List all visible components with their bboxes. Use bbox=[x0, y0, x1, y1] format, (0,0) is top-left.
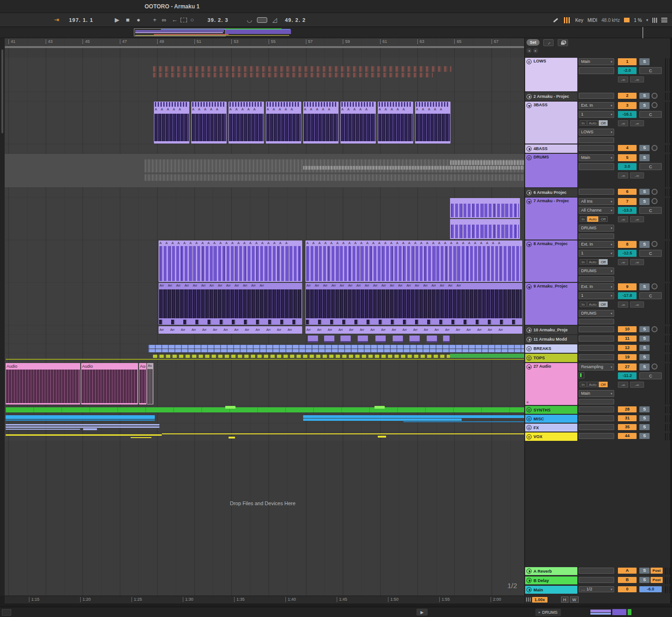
group-icon[interactable] bbox=[527, 425, 532, 430]
solo-button[interactable]: S bbox=[639, 241, 650, 248]
chevron-down-icon[interactable]: ▾ bbox=[646, 18, 648, 22]
output-select[interactable]: DRUMS bbox=[579, 267, 614, 274]
time-label[interactable]: 1:55 bbox=[439, 597, 450, 602]
track-number[interactable]: 27 bbox=[618, 363, 637, 370]
time-label[interactable]: 1:20 bbox=[80, 597, 91, 602]
record-button[interactable]: ● bbox=[137, 13, 140, 27]
clip[interactable] bbox=[340, 336, 351, 343]
time-label[interactable]: 1:25 bbox=[132, 597, 142, 602]
clip[interactable] bbox=[443, 336, 450, 343]
track-number[interactable]: 0 bbox=[618, 586, 637, 592]
bar-number[interactable]: 59 bbox=[343, 39, 350, 44]
clip[interactable] bbox=[225, 406, 236, 409]
monitor-switch[interactable]: InAutoOff bbox=[580, 302, 608, 307]
monitor-off[interactable]: Off bbox=[599, 216, 608, 222]
clip[interactable]: A A A A A bbox=[415, 102, 450, 144]
track-header[interactable]: 7 Armaku - Projec bbox=[525, 198, 577, 240]
track-header[interactable]: DRUMS bbox=[525, 154, 577, 187]
send-b[interactable]: -∞ bbox=[630, 302, 644, 308]
bar-number[interactable]: 43 bbox=[46, 39, 53, 44]
time-ruler[interactable]: 1:151:201:251:301:351:401:451:501:552:00 bbox=[5, 596, 525, 603]
track-header[interactable]: FX bbox=[525, 424, 577, 432]
clip[interactable] bbox=[324, 336, 334, 343]
track-lane-2[interactable] bbox=[5, 92, 524, 101]
pan-dial[interactable]: C bbox=[639, 67, 662, 74]
menu-icon[interactable] bbox=[661, 18, 667, 22]
track-number[interactable]: 10 bbox=[618, 326, 637, 332]
unfold-icon[interactable] bbox=[527, 242, 532, 247]
clip[interactable] bbox=[6, 359, 524, 360]
bar-number[interactable]: 41 bbox=[8, 39, 15, 44]
track-number[interactable]: 7 bbox=[618, 198, 637, 205]
track-number[interactable]: 6 bbox=[618, 189, 637, 195]
solo-button[interactable]: S bbox=[639, 354, 650, 360]
arm-button[interactable] bbox=[651, 93, 658, 99]
pan-dial[interactable]: C bbox=[639, 111, 662, 118]
fold-icon[interactable] bbox=[527, 328, 532, 333]
clip[interactable]: Au bbox=[147, 363, 153, 404]
arm-button[interactable] bbox=[651, 145, 658, 151]
back-arrow-icon[interactable]: ← bbox=[172, 13, 178, 27]
preview-play-button[interactable]: ▶ bbox=[416, 609, 428, 616]
group-icon[interactable] bbox=[527, 407, 532, 412]
clip[interactable] bbox=[6, 419, 155, 421]
bar-number[interactable]: 67 bbox=[492, 39, 499, 44]
group-icon[interactable] bbox=[527, 416, 532, 421]
pan-dial[interactable]: C bbox=[639, 372, 662, 379]
post-toggle[interactable]: Post bbox=[651, 577, 663, 583]
clip[interactable] bbox=[6, 426, 159, 428]
track-number[interactable]: 44 bbox=[618, 433, 637, 439]
track-header[interactable]: 11 Armaku Modd bbox=[525, 335, 577, 343]
clip[interactable] bbox=[378, 436, 386, 438]
scrollbar-thumb[interactable] bbox=[1, 49, 3, 133]
return-header[interactable]: A Reverb bbox=[525, 567, 577, 575]
clip[interactable] bbox=[403, 421, 524, 422]
track-lane-16[interactable] bbox=[5, 415, 524, 423]
send-a[interactable]: -∞ bbox=[618, 302, 628, 308]
solo-button[interactable]: S bbox=[639, 93, 650, 99]
clip[interactable] bbox=[450, 160, 524, 165]
track-number[interactable]: 8 bbox=[618, 241, 637, 248]
track-header[interactable]: TOPS bbox=[525, 354, 577, 362]
clip[interactable] bbox=[450, 219, 520, 239]
track-number[interactable]: 1 bbox=[618, 58, 637, 65]
clip[interactable]: Arr Arr Arr Arr Arr Arr Arr Arr Arr Arr … bbox=[159, 326, 302, 334]
unfold-icon[interactable] bbox=[527, 284, 532, 289]
send-b[interactable]: -∞ bbox=[630, 120, 644, 126]
send-a[interactable]: -∞ bbox=[618, 172, 628, 178]
monitor-auto[interactable]: Auto bbox=[587, 259, 598, 265]
unfold-icon[interactable] bbox=[527, 364, 532, 370]
volume-display[interactable]: -2.0 bbox=[618, 67, 637, 74]
clip[interactable] bbox=[303, 418, 462, 421]
follow-icon[interactable]: ⇥ bbox=[54, 13, 59, 27]
track-header[interactable]: 6 Armaku Projec bbox=[525, 188, 577, 197]
clip[interactable] bbox=[6, 407, 524, 412]
time-label[interactable]: 1:40 bbox=[285, 597, 296, 602]
clip[interactable]: Audio bbox=[81, 363, 138, 404]
solo-button[interactable]: S bbox=[639, 363, 650, 370]
return-header[interactable]: B Delay bbox=[525, 576, 577, 584]
track-number[interactable]: 2 bbox=[618, 93, 637, 99]
clip[interactable]: A A A A A bbox=[378, 102, 413, 144]
send-b[interactable]: -∞ bbox=[630, 172, 644, 178]
clip[interactable] bbox=[375, 336, 386, 343]
output-select[interactable]: … 1/2 bbox=[579, 586, 614, 592]
clip[interactable] bbox=[145, 174, 524, 181]
track-lane-9[interactable]: Arr Arr Arr Arr Arr Arr Arr Arr Arr Arr … bbox=[5, 283, 524, 325]
track-header[interactable]: SYNTHS bbox=[525, 406, 577, 414]
monitor-switch[interactable]: InAutoOff bbox=[580, 120, 608, 126]
send-a[interactable]: -∞ bbox=[618, 216, 628, 222]
clip[interactable] bbox=[148, 349, 524, 352]
expand-icon[interactable]: ↔ bbox=[543, 39, 554, 46]
solo-button[interactable]: S bbox=[639, 198, 650, 205]
send-a[interactable]: -∞ bbox=[618, 120, 628, 126]
pan-dial[interactable]: C bbox=[639, 207, 662, 214]
time-label[interactable]: 1:30 bbox=[183, 597, 194, 602]
input-type-select[interactable]: All Ins bbox=[579, 198, 614, 205]
clip[interactable] bbox=[153, 73, 433, 77]
loop-button[interactable] bbox=[257, 17, 267, 23]
unfold-icon[interactable] bbox=[527, 199, 532, 204]
input-type-select[interactable]: Ext. In bbox=[579, 283, 614, 290]
track-header[interactable]: 4BASS bbox=[525, 144, 577, 153]
monitor-in[interactable]: In bbox=[580, 259, 587, 265]
